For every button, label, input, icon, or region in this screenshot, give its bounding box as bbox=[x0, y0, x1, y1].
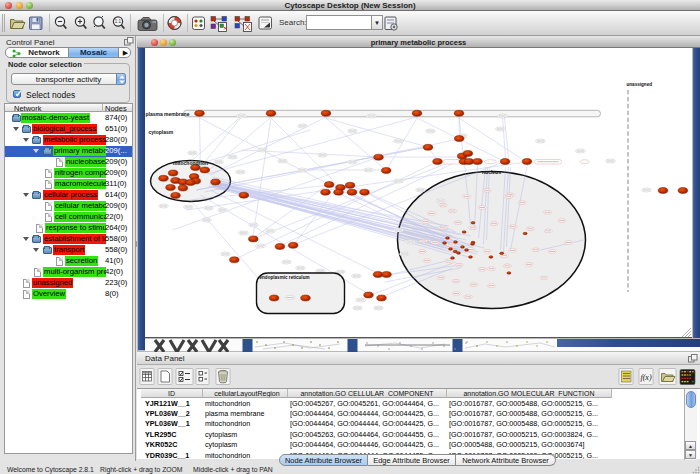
svg-text:f(x): f(x) bbox=[640, 373, 651, 382]
svg-text:plasma membrane: plasma membrane bbox=[145, 111, 189, 117]
svg-text:mitochondrion: mitochondrion bbox=[173, 160, 208, 166]
svg-text:unassigned: unassigned bbox=[626, 82, 652, 87]
svg-text:cytoplasm: cytoplasm bbox=[148, 129, 173, 135]
svg-text:1:1: 1:1 bbox=[115, 19, 122, 24]
svg-text:nucleus: nucleus bbox=[482, 169, 501, 175]
svg-text:endoplasmic reticulum: endoplasmic reticulum bbox=[259, 275, 309, 280]
